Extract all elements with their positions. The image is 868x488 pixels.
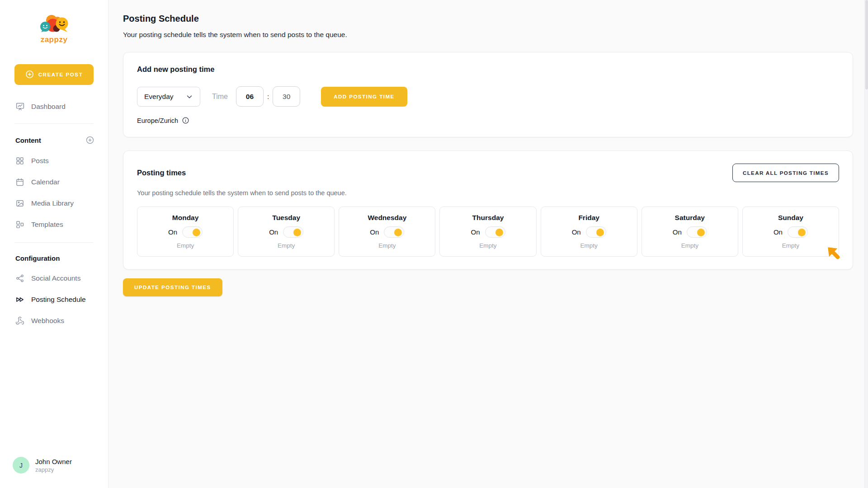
toggle-knob (293, 229, 301, 236)
sidebar-item-label: Dashboard (31, 103, 66, 111)
sidebar-section-configuration: Configuration Social Accounts Posting Sc… (0, 249, 108, 331)
day-toggle[interactable] (182, 226, 203, 238)
sidebar-item-label: Posting Schedule (31, 296, 86, 304)
fast-forward-icon (15, 295, 25, 304)
toggle-knob (798, 229, 806, 236)
day-status: Empty (177, 242, 194, 249)
toggle-label: On (370, 228, 379, 236)
day-status: Empty (782, 242, 799, 249)
create-post-label: CREATE POST (38, 72, 83, 77)
sidebar-item-media-library[interactable]: Media Library (0, 192, 108, 214)
update-posting-times-button[interactable]: UPDATE POSTING TIMES (123, 278, 222, 296)
toggle-knob (596, 229, 604, 236)
day-toggle[interactable] (586, 226, 606, 238)
day-name: Tuesday (272, 214, 300, 222)
day-status: Empty (378, 242, 396, 249)
sidebar-item-label: Media Library (31, 199, 74, 207)
toggle-label: On (269, 228, 278, 236)
day-name: Friday (578, 214, 599, 222)
sidebar-item-label: Calendar (31, 178, 60, 186)
toggle-knob (697, 229, 705, 236)
share-icon (15, 273, 25, 283)
toggle-label: On (168, 228, 177, 236)
day-toggle[interactable] (687, 226, 707, 238)
layout-icon (15, 220, 25, 229)
scrollbar-thumb[interactable] (865, 0, 868, 89)
sidebar: zappzy CREATE POST Dashboard Content Pos… (0, 0, 108, 488)
day-select[interactable]: Everyday (137, 87, 200, 107)
scrollbar[interactable] (864, 0, 868, 488)
day-toggle[interactable] (485, 226, 505, 238)
section-heading: Configuration (15, 254, 60, 262)
zappzy-logo-icon (38, 14, 71, 38)
add-content-icon[interactable] (85, 136, 94, 145)
sidebar-item-posts[interactable]: Posts (0, 150, 108, 171)
sidebar-item-label: Social Accounts (31, 274, 80, 282)
day-card: Friday On Empty (541, 206, 637, 257)
dashboard-icon (15, 102, 25, 111)
time-separator: : (267, 93, 269, 100)
toggle-label: On (471, 228, 480, 236)
sidebar-item-calendar[interactable]: Calendar (0, 171, 108, 192)
day-toggle[interactable] (384, 226, 404, 238)
day-cards-row: Monday On Empty Tuesday On Empty Wednesd… (137, 206, 839, 257)
day-toggle[interactable] (283, 226, 303, 238)
sidebar-item-dashboard[interactable]: Dashboard (0, 96, 108, 117)
image-icon (15, 198, 25, 208)
day-card: Monday On Empty (137, 206, 234, 257)
sidebar-item-label: Templates (31, 221, 63, 229)
day-card: Saturday On Empty (642, 206, 738, 257)
sidebar-item-webhooks[interactable]: Webhooks (0, 310, 108, 331)
sidebar-item-templates[interactable]: Templates (0, 214, 108, 235)
calendar-icon (15, 177, 25, 187)
day-name: Sunday (778, 214, 803, 222)
posting-times-subtitle: Your posting schedule tells the system w… (137, 189, 839, 197)
brand-name: zappzy (41, 35, 68, 44)
user-box[interactable]: J John Owner zappzy (0, 457, 108, 477)
day-card: Thursday On Empty (439, 206, 536, 257)
sidebar-item-label: Webhooks (31, 317, 64, 325)
create-post-button[interactable]: CREATE POST (14, 64, 94, 85)
day-status: Empty (278, 242, 295, 249)
info-icon[interactable] (182, 117, 189, 124)
toggle-label: On (673, 228, 682, 236)
plus-circle-icon (25, 70, 34, 80)
posting-times-card: Posting times CLEAR ALL POSTING TIMES Yo… (123, 150, 853, 270)
sidebar-item-label: Posts (31, 157, 49, 165)
add-posting-time-card: Add new posting time Everyday Time : ADD… (123, 52, 853, 137)
sidebar-item-posting-schedule[interactable]: Posting Schedule (0, 289, 108, 310)
day-name: Wednesday (368, 214, 406, 222)
webhook-icon (15, 316, 25, 325)
add-posting-time-title: Add new posting time (137, 65, 839, 74)
section-heading: Content (15, 136, 41, 144)
day-card: Tuesday On Empty (238, 206, 335, 257)
posting-times-title: Posting times (137, 169, 186, 177)
day-toggle[interactable] (788, 226, 808, 238)
day-status: Empty (479, 242, 496, 249)
day-name: Monday (172, 214, 199, 222)
day-status: Empty (681, 242, 698, 249)
sidebar-divider (14, 123, 94, 124)
hour-input[interactable] (236, 86, 264, 107)
avatar: J (13, 457, 29, 474)
sidebar-divider (14, 242, 94, 243)
add-posting-time-button[interactable]: ADD POSTING TIME (321, 87, 407, 107)
clear-all-posting-times-button[interactable]: CLEAR ALL POSTING TIMES (732, 164, 839, 182)
sidebar-item-social-accounts[interactable]: Social Accounts (0, 267, 108, 289)
timezone-label: Europe/Zurich (137, 117, 178, 124)
toggle-knob (495, 229, 503, 236)
brand-logo: zappzy (0, 14, 108, 44)
toggle-label: On (572, 228, 581, 236)
time-label: Time (212, 93, 228, 101)
minute-input[interactable] (273, 86, 300, 107)
page-title: Posting Schedule (123, 14, 853, 24)
day-name: Saturday (675, 214, 705, 222)
day-card: Sunday On Empty (742, 206, 839, 257)
user-name: John Owner (35, 458, 72, 465)
toggle-knob (193, 229, 200, 236)
grid-icon (15, 156, 25, 165)
main-content: Posting Schedule Your posting schedule t… (108, 0, 868, 488)
page-subtitle: Your posting schedule tells the system w… (123, 31, 853, 39)
toggle-knob (394, 229, 402, 236)
user-workspace: zappzy (35, 466, 72, 473)
